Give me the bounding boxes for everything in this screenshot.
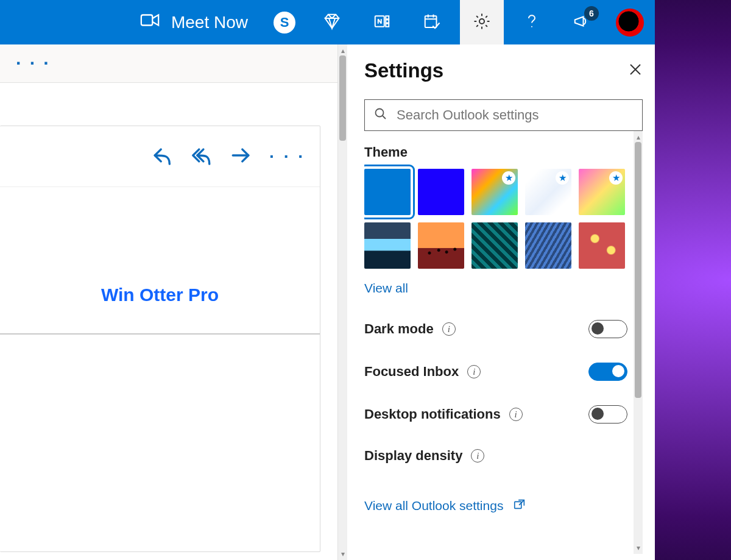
theme-swatch-elev[interactable] xyxy=(525,222,571,269)
message-toolbar: · · · xyxy=(0,126,320,187)
display-density-row: Display density i xyxy=(364,448,627,464)
outlook-window: Meet Now S xyxy=(0,0,655,560)
command-bar: · · · xyxy=(0,44,337,83)
theme-swatch-rainbow[interactable]: ★ xyxy=(471,169,518,215)
theme-swatch-pony[interactable]: ★ xyxy=(579,169,625,215)
focused-inbox-row: Focused Inbox i xyxy=(364,363,627,381)
calendar-check-icon xyxy=(423,12,441,33)
svg-rect-3 xyxy=(386,19,389,23)
premium-star-icon: ★ xyxy=(609,171,623,185)
reply-icon xyxy=(152,157,173,168)
theme-swatch-white[interactable]: ★ xyxy=(525,169,571,215)
premium-star-icon: ★ xyxy=(556,171,569,185)
info-icon[interactable]: i xyxy=(509,408,523,421)
reply-button[interactable] xyxy=(152,145,173,168)
svg-point-6 xyxy=(479,19,484,24)
diamond-icon xyxy=(323,12,341,33)
close-icon xyxy=(628,68,643,79)
theme-swatch-blue2[interactable] xyxy=(418,169,464,215)
info-icon[interactable]: i xyxy=(471,449,484,463)
forward-button[interactable] xyxy=(230,145,251,168)
view-all-settings-link[interactable]: View all Outlook settings xyxy=(364,498,503,513)
avatar[interactable] xyxy=(616,9,644,37)
theme-swatch-blue[interactable] xyxy=(364,169,411,215)
dark-mode-toggle[interactable] xyxy=(588,320,627,338)
close-settings-button[interactable] xyxy=(628,62,643,79)
reply-all-icon xyxy=(191,157,212,168)
open-external-icon xyxy=(513,498,526,514)
svg-rect-2 xyxy=(386,16,389,19)
info-icon[interactable]: i xyxy=(467,365,481,378)
theme-swatch-palm[interactable] xyxy=(418,222,464,269)
focused-inbox-toggle[interactable] xyxy=(588,363,627,381)
scrollbar-outer[interactable]: ▴ ▾ xyxy=(338,44,347,560)
search-icon xyxy=(373,107,388,124)
info-icon[interactable]: i xyxy=(442,322,456,336)
theme-section-label: Theme xyxy=(364,144,627,160)
more-actions-button[interactable]: · · · xyxy=(16,62,51,65)
theme-swatch-wave[interactable] xyxy=(364,222,411,269)
settings-search[interactable] xyxy=(364,99,643,131)
svg-rect-9 xyxy=(515,502,521,508)
display-density-label: Display density xyxy=(364,448,462,464)
focused-inbox-label: Focused Inbox xyxy=(364,364,459,380)
settings-column: ▴ ▾ Settings xyxy=(337,44,655,560)
theme-grid: ★★★ xyxy=(364,169,627,269)
dark-mode-row: Dark mode i xyxy=(364,320,627,338)
reply-all-button[interactable] xyxy=(191,145,212,168)
settings-heading: Settings xyxy=(364,59,443,82)
onenote-icon xyxy=(373,12,391,33)
onenote-feed-button[interactable] xyxy=(360,0,404,44)
meet-now-button[interactable]: Meet Now xyxy=(129,10,259,35)
meet-now-label: Meet Now xyxy=(171,13,248,32)
settings-scroll-area: Theme ★★★ View all Dark mode i Focused I… xyxy=(364,144,630,554)
dark-mode-label: Dark mode xyxy=(364,321,434,337)
premium-star-icon: ★ xyxy=(502,171,515,185)
desktop-notifications-row: Desktop notifications i xyxy=(364,405,627,424)
divider xyxy=(0,333,320,335)
my-day-button[interactable] xyxy=(410,0,454,44)
message-container: · · · Win Otter Pro xyxy=(0,126,320,552)
gear-icon xyxy=(473,12,491,33)
svg-rect-5 xyxy=(425,16,437,27)
svg-rect-4 xyxy=(386,23,389,26)
message-more-button[interactable]: · · · xyxy=(269,155,305,158)
help-button[interactable] xyxy=(510,0,554,44)
help-icon xyxy=(523,12,541,33)
theme-swatch-red[interactable] xyxy=(579,222,625,269)
view-all-themes-link[interactable]: View all xyxy=(364,281,408,296)
video-icon xyxy=(139,10,160,35)
forward-icon xyxy=(230,157,251,168)
settings-button[interactable] xyxy=(460,0,504,44)
whats-new-button[interactable]: 6 xyxy=(560,0,604,44)
desktop-notifications-label: Desktop notifications xyxy=(364,406,501,422)
premium-button[interactable] xyxy=(310,0,354,44)
titlebar: Meet Now S xyxy=(0,0,655,44)
ad-promo-link[interactable]: Win Otter Pro xyxy=(0,285,320,305)
main-column: · · · xyxy=(0,44,337,560)
svg-rect-0 xyxy=(141,15,152,26)
svg-point-8 xyxy=(376,109,384,117)
settings-search-input[interactable] xyxy=(395,107,634,124)
svg-point-7 xyxy=(531,26,532,27)
notification-badge: 6 xyxy=(584,6,599,21)
scrollbar-inner[interactable]: ▴ ▾ xyxy=(634,131,643,554)
desktop-notifications-toggle[interactable] xyxy=(588,405,627,424)
reading-pane: · · · Win Otter Pro xyxy=(0,83,337,560)
skype-icon: S xyxy=(280,15,289,30)
settings-panel: Settings Theme ★ xyxy=(347,44,655,560)
body-row: · · · xyxy=(0,44,655,560)
skype-button[interactable]: S xyxy=(274,12,295,34)
theme-swatch-circuit[interactable] xyxy=(471,222,518,269)
